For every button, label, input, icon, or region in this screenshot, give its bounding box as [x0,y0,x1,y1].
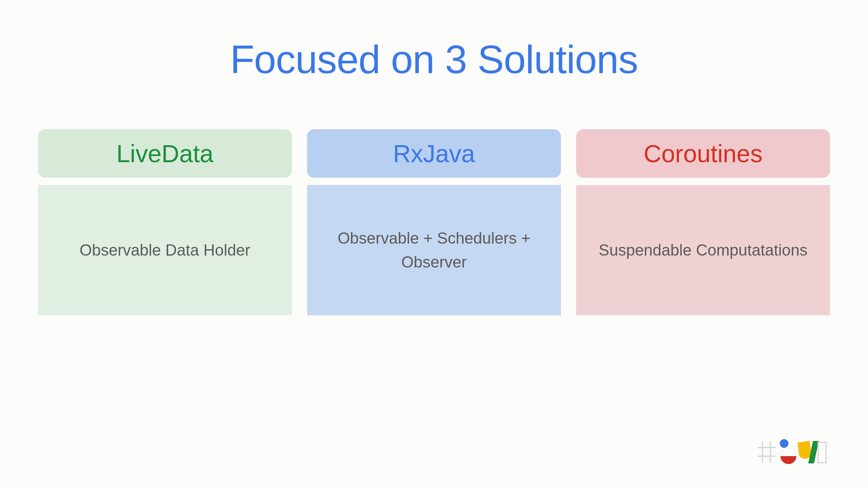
card-coroutines: Coroutines Suspendable Computatations [576,129,830,315]
card-body: Observable Data Holder [38,185,292,315]
card-header: LiveData [38,129,292,178]
svg-rect-7 [818,442,826,463]
cards-row: LiveData Observable Data Holder RxJava O… [36,129,832,315]
card-rxjava: RxJava Observable + Schedulers + Observe… [307,129,561,315]
slide: Focused on 3 Solutions LiveData Observab… [0,0,868,488]
card-header: RxJava [307,129,561,178]
card-body: Observable + Schedulers + Observer [307,185,561,315]
card-header: Coroutines [576,129,830,178]
io-logo-icon [756,437,828,466]
card-livedata: LiveData Observable Data Holder [38,129,292,315]
svg-point-4 [780,439,788,448]
slide-title: Focused on 3 Solutions [36,36,832,82]
card-body: Suspendable Computatations [576,185,830,315]
